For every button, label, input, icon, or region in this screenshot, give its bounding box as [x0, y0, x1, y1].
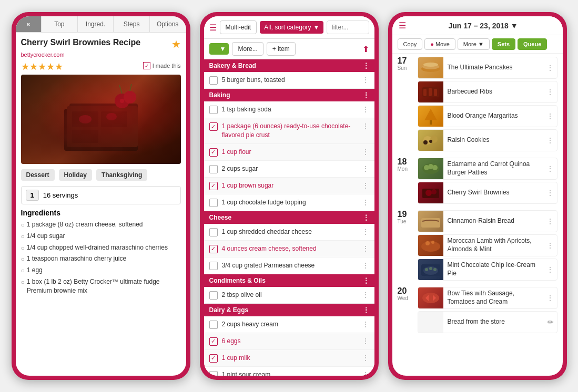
list-item: ✓ 1 cup flour ⋮ — [204, 144, 374, 161]
meal-options-icon[interactable]: ⋮ — [543, 265, 557, 274]
item-checkbox[interactable]: ✓ — [209, 337, 218, 346]
svg-point-31 — [425, 190, 432, 196]
item-checkbox[interactable]: ✓ — [209, 245, 218, 253]
item-checkbox[interactable] — [209, 165, 218, 173]
category-dots-icon[interactable]: ⋮ — [363, 277, 369, 284]
move-button[interactable]: ● Move — [424, 38, 455, 50]
color-selector[interactable]: — ▼ — [209, 43, 229, 55]
category-name: Cheese — [209, 214, 232, 221]
item-dots-icon[interactable]: ⋮ — [362, 291, 369, 299]
day-meals: Cinnamon-Raisin Bread ⋮ Moroccan Lamb wi… — [418, 210, 557, 281]
multi-edit-button[interactable]: Multi-edit — [220, 20, 257, 34]
list-item: ✓ 4 ounces cream cheese, softened ⋮ — [204, 241, 374, 257]
tab-ingredients[interactable]: Ingred. — [78, 16, 114, 32]
recipe-title-row: Cherry Swirl Brownies Recipe ★ — [21, 38, 181, 50]
meal-edit-icon[interactable]: ✏ — [544, 318, 557, 326]
add-item-button[interactable]: + item — [267, 42, 296, 56]
phone-1: « Top Ingred. Steps Options Cherry Swirl… — [12, 12, 190, 380]
item-dots-icon[interactable]: ⋮ — [362, 76, 369, 84]
bullet-icon: ○ — [21, 221, 25, 230]
item-dots-icon[interactable]: ⋮ — [362, 198, 369, 207]
screen-recipe: « Top Ingred. Steps Options Cherry Swirl… — [16, 16, 186, 376]
meal-options-icon[interactable]: ⋮ — [543, 189, 557, 197]
item-checkbox[interactable]: ✓ — [209, 122, 218, 131]
item-text: 4 ounces cream cheese, softened — [222, 244, 358, 253]
list-item: 3/4 cup grated Parmesan cheese ⋮ — [204, 257, 374, 274]
category-dots-icon[interactable]: ⋮ — [363, 306, 369, 314]
meal-options-icon[interactable]: ⋮ — [543, 88, 557, 96]
item-checkbox[interactable] — [209, 321, 218, 329]
tab-options[interactable]: Options — [150, 16, 186, 32]
meal-options-icon[interactable]: ⋮ — [543, 217, 557, 225]
chevron-down-icon: ▼ — [220, 45, 226, 53]
item-dots-icon[interactable]: ⋮ — [362, 244, 369, 253]
tab-steps[interactable]: Steps — [114, 16, 150, 32]
meal-options-icon[interactable]: ⋮ — [543, 241, 557, 250]
copy-button[interactable]: Copy — [398, 38, 423, 50]
category-dots-icon[interactable]: ⋮ — [363, 214, 369, 221]
recipe-source[interactable]: bettycrocker.com — [21, 51, 181, 58]
item-dots-icon[interactable]: ⋮ — [362, 354, 369, 362]
scroll-up-icon[interactable]: ⬆ — [362, 44, 369, 54]
made-this-checkbox[interactable]: ✓ — [143, 62, 150, 69]
item-dots-icon[interactable]: ⋮ — [362, 261, 369, 270]
item-checkbox[interactable] — [209, 291, 218, 300]
item-dots-icon[interactable]: ⋮ — [362, 148, 369, 156]
item-checkbox[interactable] — [209, 371, 218, 376]
more-button[interactable]: More... — [232, 42, 263, 56]
item-checkbox[interactable] — [209, 228, 218, 236]
item-checkbox[interactable] — [209, 76, 218, 85]
tab-top[interactable]: Top — [42, 16, 78, 32]
recipe-title: Cherry Swirl Brownies Recipe — [21, 38, 171, 47]
meal-options-icon[interactable]: ⋮ — [543, 136, 557, 145]
item-dots-icon[interactable]: ⋮ — [362, 122, 369, 130]
ingredient-text: 1/4 cup chopped well-drained maraschino … — [27, 243, 168, 252]
date-range-title: Jun 17 – 23, 2018 ▼ — [410, 22, 556, 30]
bullet-icon: ○ — [21, 232, 25, 241]
ingredient-item: ○ 1/4 cup sugar — [21, 232, 181, 241]
category-dots-icon[interactable]: ⋮ — [363, 62, 369, 69]
menu-icon[interactable]: ☰ — [209, 23, 217, 33]
meal-options-icon[interactable]: ⋮ — [543, 112, 557, 120]
category-baking: Baking ⋮ — [204, 89, 374, 101]
tab-back[interactable]: « — [16, 16, 42, 32]
tag-holiday[interactable]: Holiday — [59, 169, 92, 181]
list-item: 1 tsp baking soda ⋮ — [204, 101, 374, 118]
more-button[interactable]: More ▼ — [458, 38, 490, 50]
date-dropdown-icon[interactable]: ▼ — [511, 22, 518, 30]
servings-number[interactable]: 1 — [26, 190, 39, 201]
item-text: 6 eggs — [222, 337, 358, 346]
day-name: Tue — [398, 219, 414, 224]
menu-icon[interactable]: ☰ — [399, 20, 406, 30]
item-checkbox[interactable] — [209, 262, 218, 270]
item-dots-icon[interactable]: ⋮ — [362, 181, 369, 190]
tag-thanksgiving[interactable]: Thanksgiving — [96, 169, 147, 181]
meal-name: Edamame and Carrot Quinoa Burger Patties — [443, 158, 543, 179]
item-checkbox[interactable] — [209, 106, 218, 114]
item-dots-icon[interactable]: ⋮ — [362, 105, 369, 114]
item-dots-icon[interactable]: ⋮ — [362, 320, 369, 328]
category-dots-icon[interactable]: ⋮ — [363, 91, 369, 99]
item-dots-icon[interactable]: ⋮ — [362, 370, 369, 376]
meal-options-icon[interactable]: ⋮ — [543, 294, 557, 302]
sort-category-dropdown[interactable]: All, sort category ▼ — [260, 21, 323, 34]
filter-input[interactable] — [327, 20, 369, 34]
item-dots-icon[interactable]: ⋮ — [362, 228, 369, 236]
item-dots-icon[interactable]: ⋮ — [362, 164, 369, 173]
meal-options-icon[interactable]: ⋮ — [543, 64, 557, 72]
item-checkbox[interactable] — [209, 199, 218, 207]
tag-dessert[interactable]: Dessert — [21, 169, 55, 181]
item-dots-icon[interactable]: ⋮ — [362, 337, 369, 345]
meal-thumbnail — [418, 106, 443, 127]
item-checkbox[interactable]: ✓ — [209, 182, 218, 190]
meal-name: Raisin Cookies — [443, 134, 543, 147]
item-checkbox[interactable]: ✓ — [209, 148, 218, 157]
ingredient-text: 1/4 cup sugar — [27, 232, 65, 241]
meal-options-icon[interactable]: ⋮ — [543, 164, 557, 173]
sets-button[interactable]: Sets — [492, 38, 515, 50]
favorite-star-icon[interactable]: ★ — [171, 38, 181, 50]
image-overlay — [21, 75, 181, 164]
queue-button[interactable]: Queue — [518, 38, 547, 50]
item-text: 3/4 cup grated Parmesan cheese — [222, 261, 358, 270]
item-checkbox[interactable]: ✓ — [209, 354, 218, 363]
